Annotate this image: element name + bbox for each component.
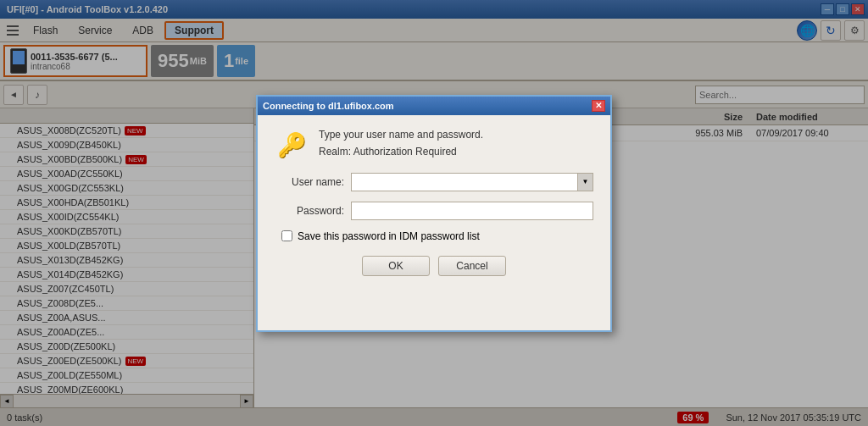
realm-label: Realm: (319, 146, 351, 158)
save-password-checkbox[interactable] (281, 230, 292, 241)
username-select-wrapper: ▼ (351, 173, 593, 191)
key-icon: 🔑 (275, 129, 309, 163)
username-select[interactable] (351, 173, 593, 191)
password-label: Password: (275, 205, 351, 217)
cancel-button[interactable]: Cancel (438, 256, 506, 276)
modal-body: 🔑 Type your user name and password. Real… (258, 115, 610, 290)
modal-top: 🔑 Type your user name and password. Real… (275, 129, 593, 163)
username-row: User name: ▼ (275, 173, 593, 191)
save-password-row: Save this password in IDM password list (275, 230, 593, 242)
modal-buttons: OK Cancel (275, 256, 593, 276)
modal-title: Connecting to dl1.ufibox.com (263, 101, 394, 111)
ok-button[interactable]: OK (362, 256, 430, 276)
modal-dialog: Connecting to dl1.ufibox.com ✕ 🔑 Type yo… (256, 95, 612, 332)
password-input[interactable] (351, 202, 593, 220)
modal-instruction: Type your user name and password. (319, 129, 483, 141)
modal-realm: Realm: Authorization Required (319, 146, 483, 158)
modal-close-button[interactable]: ✕ (592, 100, 605, 112)
username-label: User name: (275, 176, 351, 188)
password-row: Password: (275, 202, 593, 220)
save-password-label: Save this password in IDM password list (298, 230, 480, 242)
modal-text: Type your user name and password. Realm:… (319, 129, 483, 158)
realm-value: Authorization Required (353, 146, 457, 158)
modal-title-bar: Connecting to dl1.ufibox.com ✕ (258, 97, 610, 115)
modal-overlay: Connecting to dl1.ufibox.com ✕ 🔑 Type yo… (0, 0, 868, 426)
